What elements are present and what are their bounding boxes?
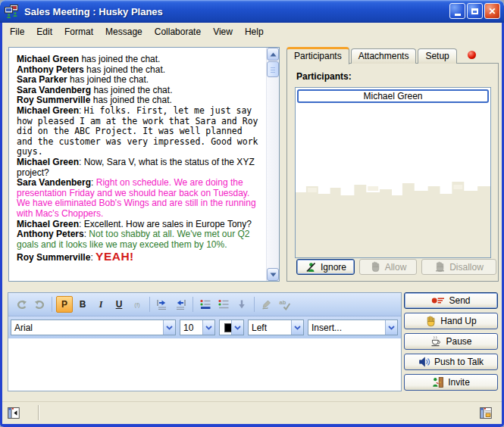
format-toolbar: PBIU(f)ab [8,293,401,316]
message-text: has joined the chat. [93,85,172,95]
ignore-person-icon [305,261,317,273]
button-label: Push to Talk [434,357,484,367]
skyline-watermark [296,173,490,257]
chevron-down-icon[interactable] [291,320,303,335]
button-label: Invite [448,377,470,388]
sender-name: Sara Vandenberg [17,177,91,188]
ignore-button[interactable]: Ignore [296,259,355,275]
indent-increase-icon[interactable] [154,296,171,313]
hand-up-icon [425,316,437,327]
send-button[interactable]: Send [404,292,498,309]
chevron-down-icon[interactable] [231,320,243,335]
statusbar-separator [38,405,39,420]
chevron-down-icon[interactable] [163,320,175,335]
sender-name: Michael Green [17,54,79,64]
font-tag-icon[interactable]: (f) [129,296,146,313]
spellcheck-icon[interactable]: ab [277,296,293,313]
app-window: Sales Meeting : Husky Planes ✕ FileEditF… [0,0,504,427]
message-text: has joined the chat. [70,74,149,85]
push-to-talk-icon [418,356,430,368]
pause-cup-icon [430,335,442,348]
font-family-dropdown[interactable]: Arial [11,319,176,335]
pause-button[interactable]: Pause [404,333,498,350]
paragraph-style-button[interactable]: P [56,296,73,313]
hand-up-button[interactable]: Hand Up [404,313,498,329]
recording-indicator-icon [468,51,476,59]
font-color-dropdown[interactable] [219,319,244,335]
chevron-down-icon[interactable] [385,320,397,335]
close-button[interactable]: ✕ [484,3,500,19]
sender-name: Anthony Peters [17,64,84,75]
chat-message: Roy Summerville has joined the chat. [17,95,261,106]
underline-button[interactable]: U [111,296,127,313]
signature-icon[interactable] [258,296,275,313]
font-controls-row: Arial10LeftInsert... [8,316,401,338]
redo-icon[interactable] [31,296,48,313]
menu-collaborate[interactable]: Collaborate [149,24,207,39]
menu-edit[interactable]: Edit [30,24,58,39]
message-input[interactable] [8,338,401,391]
sender-name: Sara Parker [17,74,67,85]
scroll-down-button[interactable] [267,268,279,281]
layout-panel-icon[interactable] [480,407,493,419]
toolbar-separator [254,297,255,312]
chat-message: Roy Summerville: YEAH! [17,250,261,264]
invite-button[interactable]: Invite [404,374,498,391]
menu-message[interactable]: Message [99,24,149,39]
invite-icon [432,376,444,388]
menu-file[interactable]: File [4,24,30,39]
disallow-button[interactable]: Disallow [421,259,496,275]
voice-panel-icon[interactable] [8,407,20,419]
maximize-button[interactable] [467,3,483,19]
message-text: has joined the chat. [93,95,172,105]
chat-message: Michael Green: Excellent. How are sales … [17,220,261,230]
transcript-scrollbar[interactable] [266,48,279,281]
italic-button[interactable]: I [92,296,109,313]
scroll-up-button[interactable] [267,48,279,61]
app-icon [5,5,20,18]
disallow-hand-icon [434,261,446,273]
tab-participants[interactable]: Participants [286,47,349,64]
list-style-alt-icon[interactable] [215,296,232,313]
tab-attachments[interactable]: Attachments [351,48,417,64]
dropdown-value: 10 [180,323,202,333]
list-style-icon[interactable] [197,296,214,313]
menu-bar: FileEditFormatMessageCollaborateViewHelp [2,23,502,40]
participant-item[interactable]: Michael Green [297,89,489,103]
chat-message: Michael Green: Now, Sara V, what is the … [17,157,261,178]
participants-listbox[interactable]: Michael Green [295,87,491,258]
undo-icon[interactable] [13,296,30,313]
sender-name: Michael Green [17,157,79,167]
menu-view[interactable]: View [207,24,239,39]
minimize-button[interactable] [449,3,465,19]
sender-name: Sara Vandenberg [17,85,91,95]
maximize-icon [471,8,478,14]
allow-button[interactable]: Allow [359,259,417,275]
message-separator: : [91,177,96,188]
toolbar-separator [193,297,193,312]
chat-transcript-text: Michael Green has joined the chat.Anthon… [9,48,266,281]
close-icon: ✕ [488,7,496,16]
chevron-down-icon[interactable] [202,320,214,335]
svg-text:ab: ab [280,299,286,306]
tab-setup[interactable]: Setup [418,48,456,64]
color-swatch [224,323,231,332]
alignment-dropdown[interactable]: Left [248,319,304,335]
dropdown-value: Arial [11,323,163,333]
menu-format[interactable]: Format [58,24,99,39]
move-down-icon[interactable] [233,296,250,313]
message-text: has joined the chat. [86,64,165,75]
dropdown-value: Left [249,323,291,333]
menu-help[interactable]: Help [239,24,270,39]
scrollbar-thumb[interactable] [267,61,279,77]
button-label: Send [449,295,470,306]
chat-transcript: Michael Green has joined the chat.Anthon… [8,47,280,282]
sender-name: Roy Summerville [17,95,90,105]
indent-decrease-icon[interactable] [172,296,189,313]
bold-button[interactable]: B [74,296,91,313]
font-size-dropdown[interactable]: 10 [180,319,215,335]
chat-message: Michael Green has joined the chat. [17,55,261,65]
push-to-talk-button[interactable]: Push to Talk [404,354,498,370]
insert-dropdown[interactable]: Insert... [308,319,398,335]
participants-label: Participants: [296,71,352,82]
